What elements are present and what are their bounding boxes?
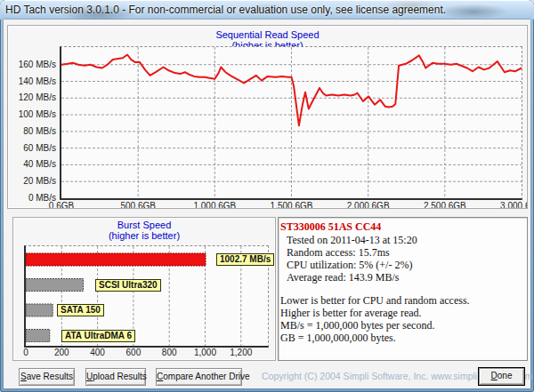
axis-tick-label: 2,000.6GB: [347, 201, 390, 209]
axis-tick-label: 800: [162, 348, 177, 357]
axis-tick-label: 20 MB/s: [8, 176, 56, 186]
axis-tick-label: 200: [54, 348, 69, 357]
note-mbs-definition: MB/s = 1,000,000 bytes per second.: [279, 319, 527, 332]
sequential-read-panel: Sequential Read Speed (higher is better)…: [7, 25, 528, 209]
axis-tick-label: 400: [90, 348, 105, 357]
save-results-button[interactable]: Save Results: [19, 368, 75, 386]
cpu-utilization-label: CPU utilization: 5% (+/- 2%): [279, 259, 527, 271]
axis-tick-label: 1,500.6GB: [271, 201, 313, 209]
axis-tick-label: 140 MB/s: [8, 76, 56, 86]
compare-another-drive-button[interactable]: Compare Another Drive: [156, 368, 242, 386]
axis-tick-label: 2,500.6GB: [424, 201, 466, 209]
bar-value-label: SCSI Ultra320: [95, 279, 161, 292]
sequential-chart-plot-svg: [61, 47, 522, 198]
upload-results-button[interactable]: Upload Results: [85, 368, 146, 386]
note-gb-definition: GB = 1,000,000,000 bytes.: [279, 332, 527, 344]
average-read-label: Average read: 143.9 MB/s: [279, 271, 527, 284]
hdtach-window: HD Tach version 3.0.1.0 - For non-commer…: [0, 0, 534, 392]
axis-tick-label: 0: [23, 348, 28, 357]
bar-value-label: SATA 150: [57, 304, 104, 316]
axis-tick-label: 0.6GB: [49, 201, 74, 209]
drive-model-label: ST330006 51AS CC44: [279, 218, 527, 234]
drive-info-panel: ST330006 51AS CC44 Tested on 2011-04-13 …: [278, 217, 528, 361]
axis-tick-label: 1,000: [194, 348, 216, 357]
sequential-chart-plot: [60, 46, 522, 200]
done-button[interactable]: Done: [478, 367, 525, 386]
tested-on-label: Tested on 2011-04-13 at 15:20: [279, 234, 527, 246]
axis-tick-label: 100 MB/s: [8, 109, 56, 119]
bar-value-label: 1002.7 MB/s: [216, 253, 274, 266]
note-higher-better: Higher is better for average read.: [279, 307, 527, 319]
axis-tick-label: 160 MB/s: [8, 60, 56, 69]
burst-chart-subtitle: (higher is better): [13, 230, 275, 241]
bar-value-label: ATA UltraDMA 6: [61, 330, 135, 342]
note-lower-better: Lower is better for CPU and random acces…: [279, 294, 527, 307]
axis-tick-label: 80 MB/s: [8, 126, 56, 136]
burst-speed-panel: Burst Speed (higher is better) 020040060…: [12, 217, 276, 361]
axis-tick-label: 40 MB/s: [8, 159, 56, 169]
axis-tick-label: 120 MB/s: [8, 92, 56, 102]
axis-tick-label: 3,000.6GB: [500, 201, 528, 209]
title-bar[interactable]: HD Tach version 3.0.1.0 - For non-commer…: [0, 0, 534, 20]
axis-tick-label: 500.6GB: [120, 201, 155, 209]
burst-chart-title: Burst Speed: [13, 220, 275, 230]
axis-tick-label: 1,000.6GB: [193, 201, 236, 209]
sequential-chart-title: Sequential Read Speed: [8, 29, 527, 40]
random-access-label: Random access: 15.7ms: [279, 246, 527, 259]
window-title: HD Tach version 3.0.1.0 - For non-commer…: [5, 4, 446, 16]
axis-tick-label: 1,200: [230, 348, 252, 357]
axis-tick-label: 600: [126, 348, 142, 357]
axis-tick-label: 60 MB/s: [8, 143, 56, 153]
